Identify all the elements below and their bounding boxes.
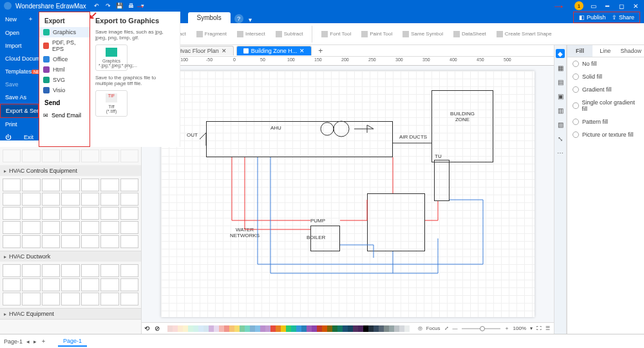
library-shape[interactable] (120, 221, 138, 234)
prop-tab-line[interactable]: Line (592, 45, 618, 57)
graphics-card[interactable]: Graphics *.jpg;*.jpeg;*.png;... (95, 44, 128, 71)
palette-swatch[interactable] (301, 325, 307, 332)
library-shape[interactable] (3, 193, 21, 206)
palette-prev-icon[interactable]: ⟲ (142, 325, 152, 332)
fill-option[interactable]: Gradient fill (567, 83, 644, 96)
group-create-smart[interactable]: Create Smart Shape (493, 30, 556, 38)
status-add-page[interactable]: ＋ (41, 337, 46, 345)
group-font-tool[interactable]: Font Tool (317, 30, 355, 38)
group-intersect[interactable]: Intersect (233, 30, 269, 38)
library-shape[interactable] (22, 179, 40, 191)
palette-swatch[interactable] (173, 325, 178, 332)
export-option[interactable]: Visio (39, 85, 90, 95)
export-option[interactable]: Html (39, 64, 90, 75)
palette-swatch[interactable] (353, 325, 358, 332)
library-shape[interactable] (3, 264, 21, 277)
library-shape[interactable] (61, 193, 79, 206)
library-shape[interactable] (3, 207, 21, 220)
palette-swatch[interactable] (224, 325, 229, 332)
qat-save-icon[interactable]: 💾 (116, 2, 124, 10)
library-shape[interactable] (100, 221, 118, 234)
palette-swatch[interactable] (240, 325, 245, 332)
library-shape[interactable] (100, 150, 118, 162)
export-option[interactable]: Graphics (39, 27, 90, 37)
palette-swatch[interactable] (379, 325, 384, 332)
library-shape[interactable] (81, 293, 99, 305)
rtool-expand-icon[interactable]: ⤡ (556, 134, 565, 143)
palette-swatch[interactable] (250, 325, 255, 332)
palette-swatch[interactable] (204, 325, 209, 332)
library-shape[interactable] (81, 207, 99, 220)
tiff-card[interactable]: TIF Tiff (*.tiff) (95, 90, 128, 117)
library-shape[interactable] (22, 207, 40, 220)
library-shape[interactable] (120, 150, 138, 162)
library-shape[interactable] (3, 150, 21, 162)
library-shape[interactable] (61, 207, 79, 220)
library-shape[interactable] (100, 264, 118, 277)
library-shape[interactable] (120, 235, 138, 248)
library-shape[interactable] (81, 193, 99, 206)
palette-swatch[interactable] (332, 325, 337, 332)
palette-swatch[interactable] (296, 325, 301, 332)
lib-hvac-controls[interactable]: HVAC Controls Equipment (0, 166, 141, 176)
palette-swatch[interactable] (260, 325, 265, 332)
library-shape[interactable] (120, 179, 138, 191)
ribbon-collapse-icon[interactable]: ▾ (246, 16, 255, 23)
palette-swatch[interactable] (389, 325, 394, 332)
library-shape[interactable] (61, 235, 79, 248)
library-shape[interactable] (100, 207, 118, 220)
library-shape[interactable] (100, 235, 118, 248)
tab-symbols[interactable]: Symbols (188, 12, 231, 23)
library-shape[interactable] (42, 235, 60, 248)
rtool-grid-icon[interactable]: ▦ (556, 63, 565, 72)
palette-swatch[interactable] (394, 325, 399, 332)
library-shape[interactable] (81, 278, 99, 291)
palette-swatch[interactable] (322, 325, 327, 332)
library-shape[interactable] (81, 264, 99, 277)
library-shape[interactable] (42, 264, 60, 277)
file-save-as[interactable]: Save As (0, 91, 39, 104)
palette-swatch[interactable] (183, 325, 188, 332)
palette-swatch[interactable] (188, 325, 193, 332)
palette-swatch[interactable] (265, 325, 270, 332)
palette-swatch[interactable] (229, 325, 234, 332)
export-option[interactable]: Office (39, 54, 90, 64)
library-shape[interactable] (22, 293, 40, 305)
palette-swatch[interactable] (270, 325, 276, 332)
group-subtract2[interactable]: Subtract (272, 30, 307, 38)
file-cloud[interactable]: Cloud Documents (0, 52, 39, 65)
drawing-page[interactable]: OUT AHU AIR DUCTS BUILDING ZONE TU WATER… (161, 71, 535, 317)
library-shape[interactable] (81, 221, 99, 234)
fill-option[interactable]: Single color gradient fill (567, 96, 644, 115)
library-shape[interactable] (3, 221, 21, 234)
library-shape[interactable] (81, 150, 99, 162)
doc-tab-add[interactable]: + (314, 46, 327, 55)
library-shape[interactable] (120, 193, 138, 206)
color-palette[interactable]: ⟲ ⊘ ◎ Focus ⤢ — ＋ 100% ▾ ⛶ ☰ (142, 322, 554, 334)
window-maximize-icon[interactable]: ◻ (617, 3, 626, 10)
palette-swatch[interactable] (337, 325, 343, 332)
palette-swatch[interactable] (358, 325, 363, 332)
palette-swatch[interactable] (214, 325, 219, 332)
palette-swatch[interactable] (343, 325, 348, 332)
rtool-layers-icon[interactable]: ▤ (556, 77, 565, 86)
library-shape[interactable] (81, 235, 99, 248)
palette-swatch[interactable] (374, 325, 379, 332)
library-shape[interactable] (61, 221, 79, 234)
library-shape[interactable] (22, 264, 40, 277)
group-fragment[interactable]: Fragment (193, 30, 231, 38)
palette-swatch[interactable] (404, 325, 410, 332)
more-icon[interactable]: ☰ (545, 325, 550, 331)
library-shape[interactable] (120, 264, 138, 277)
library-shape[interactable] (3, 179, 21, 191)
group-datasheet[interactable]: DataSheet (450, 30, 490, 38)
palette-swatch[interactable] (245, 325, 250, 332)
fit-icon[interactable]: ⤢ (444, 325, 449, 331)
library-shape[interactable] (42, 278, 60, 291)
palette-swatch[interactable] (276, 325, 281, 332)
status-next-icon[interactable]: ▸ (33, 338, 37, 345)
prop-tab-shadow[interactable]: Shadow (618, 45, 644, 57)
palette-swatch[interactable] (198, 325, 204, 332)
lib-hvac-ductwork[interactable]: HVAC Ductwork (0, 251, 141, 262)
library-shape[interactable] (61, 179, 79, 191)
